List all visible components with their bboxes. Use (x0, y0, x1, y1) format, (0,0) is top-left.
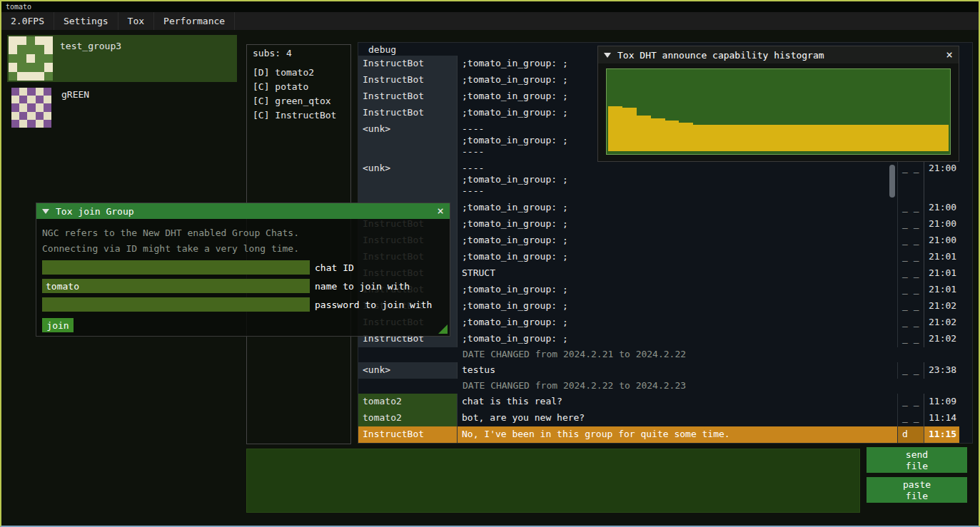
avatar-cell (36, 112, 44, 120)
resize-grip[interactable] (438, 324, 448, 334)
avatar-cell (44, 112, 51, 120)
histogram-bin (892, 125, 906, 151)
avatar-cell (9, 45, 17, 53)
menu-item-settings[interactable]: Settings (54, 12, 118, 30)
avatar-cell (27, 112, 35, 120)
chat-delivery-marks: _ _ (898, 331, 924, 347)
collapse-icon[interactable] (604, 53, 611, 58)
chat-timestamp: 21:02 (924, 331, 959, 347)
join-group-window-titlebar[interactable]: Tox join Group × (36, 203, 450, 219)
send-file-button[interactable]: send file (867, 447, 967, 473)
chat-id-label: chat ID (315, 262, 354, 273)
chat-timestamp: 21:00 (924, 160, 959, 200)
close-icon[interactable]: × (437, 205, 444, 217)
join-name-input[interactable] (42, 279, 310, 293)
histogram-bin (707, 125, 722, 151)
join-group-body: NGC refers to the New DHT enabled Group … (36, 219, 450, 338)
avatar-cell (9, 54, 17, 63)
histogram-window-title: Tox DHT announce capability histogram (617, 50, 824, 61)
avatar-cell (44, 72, 53, 81)
chat-id-input[interactable] (42, 260, 310, 275)
group-avatar (9, 36, 53, 81)
chat-message: bot, are you new here? (458, 410, 898, 426)
chat-message: ;tomato_in_group: ; (458, 331, 898, 347)
join-button[interactable]: join (42, 318, 74, 332)
chat-delivery-marks: _ _ (898, 232, 924, 249)
chat-delivery-marks: _ _ (898, 314, 924, 331)
chat-sender: <unk> (358, 121, 458, 160)
chat-delivery-marks: d (898, 426, 924, 443)
chat-message: ;tomato_in_group: ; (458, 298, 898, 314)
avatar-cell (36, 103, 44, 111)
chat-row: tomato2bot, are you new here?_ _11:14 (358, 410, 959, 426)
join-password-input[interactable] (42, 297, 310, 312)
join-password-label: password to join with (315, 300, 432, 310)
avatar-cell (44, 120, 51, 128)
histogram-bin (864, 125, 878, 151)
compose-input[interactable] (246, 449, 860, 513)
chat-timestamp: 21:01 (924, 265, 959, 282)
avatar-cell (44, 103, 51, 111)
histogram-bin (849, 125, 864, 151)
chat-message: ;tomato_in_group: ; (458, 314, 898, 331)
chat-sender: InstructBot (358, 426, 458, 443)
histogram-bin (906, 125, 920, 151)
histogram-bin (878, 125, 892, 151)
avatar-cell (36, 120, 44, 128)
histogram-bin (651, 118, 665, 151)
histogram-window-titlebar[interactable]: Tox DHT announce capability histogram × (598, 46, 959, 63)
avatar-cell (9, 36, 17, 45)
histogram-bin (835, 125, 849, 151)
chat-message: testus (458, 362, 898, 379)
subs-member-InstructBot[interactable]: [C] InstructBot (247, 108, 350, 123)
avatar-cell (36, 88, 44, 96)
chat-message: STRUCT (458, 265, 898, 282)
chat-row: InstructBotNo, I've been in this group f… (358, 426, 959, 443)
group-name: gREEN (61, 89, 89, 131)
chat-timestamp: 21:01 (924, 282, 959, 298)
menu-item-tox[interactable]: Tox (118, 12, 154, 30)
avatar-cell (9, 72, 17, 81)
ngc-info-line1: NGC refers to the New DHT enabled Group … (42, 226, 444, 240)
join-name-label: name to join with (315, 281, 410, 292)
chat-sender: InstructBot (358, 105, 458, 121)
avatar-cell (27, 96, 35, 103)
menu-item-2-0fps[interactable]: 2.0FPS (1, 12, 54, 30)
histogram-bin (622, 108, 637, 151)
window-titlebar[interactable]: tomato (1, 1, 979, 12)
avatar-cell (26, 72, 35, 81)
subs-member-green_qtox[interactable]: [C] green_qtox (247, 94, 350, 108)
group-item-gREEN[interactable]: gREEN (7, 83, 237, 132)
avatar-cell (44, 63, 53, 71)
chat-message: No, I've been in this group for quite so… (458, 426, 898, 443)
collapse-icon[interactable] (42, 209, 49, 214)
chat-timestamp: 21:00 (924, 232, 959, 249)
menu-item-performance[interactable]: Performance (154, 12, 235, 30)
subs-member-tomato2[interactable]: [D] tomato2 (247, 66, 350, 80)
histogram-bin (920, 125, 934, 151)
subs-list: [D] tomato2[C] potato[C] green_qtox[C] I… (247, 66, 350, 123)
close-icon[interactable]: × (946, 49, 953, 61)
subs-member-potato[interactable]: [C] potato (247, 80, 350, 94)
avatar-cell (26, 36, 35, 45)
chat-sender: <unk> (358, 160, 458, 200)
avatar-cell (17, 36, 26, 45)
paste-file-button[interactable]: paste file (867, 477, 967, 503)
window-title: tomato (6, 3, 31, 11)
chat-message: ---- ;tomato_in_group: ; ---- (458, 160, 898, 200)
avatar-cell (35, 36, 44, 45)
avatar-cell (19, 88, 27, 96)
chat-delivery-marks: _ _ (898, 216, 924, 232)
tab-debug[interactable]: debug (368, 44, 396, 55)
histogram-bin (637, 116, 651, 151)
dht-capability-histogram (606, 68, 951, 155)
avatar-cell (44, 36, 53, 45)
avatar-cell (44, 96, 51, 103)
avatar-cell (9, 63, 17, 71)
group-item-test_group3[interactable]: test_group3 (7, 35, 237, 82)
chat-scrollbar[interactable] (889, 165, 895, 198)
chat-timestamp: 21:01 (924, 249, 959, 265)
chat-delivery-marks: _ _ (898, 298, 924, 314)
avatar-cell (44, 54, 53, 63)
avatar-cell (27, 88, 35, 96)
